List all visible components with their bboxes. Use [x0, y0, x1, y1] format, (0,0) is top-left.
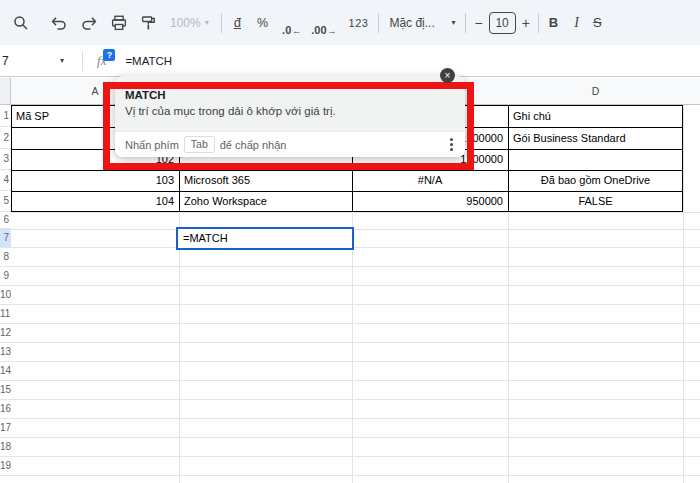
toolbar: 100% ▾ đ % .0 ← .00 → 123 Mặc đị... ▾ − … [0, 0, 700, 45]
row-header[interactable]: 10 [0, 286, 11, 305]
cell-b4[interactable]: Microsoft 365 [179, 170, 352, 191]
arrow-left-icon: ← [292, 26, 301, 36]
row-header[interactable]: 15 [0, 381, 11, 400]
row-header[interactable]: 4 [0, 170, 11, 191]
zoom-value: 100% [170, 16, 201, 30]
cell-c5[interactable]: 950000 [352, 191, 508, 212]
font-select[interactable]: Mặc đị... ▾ [389, 10, 455, 36]
gridlines-lower [11, 229, 700, 483]
toolbar-divider [465, 13, 466, 33]
redo-button[interactable] [80, 10, 98, 36]
formula-help-badge[interactable]: ? [103, 49, 115, 61]
print-icon [110, 14, 128, 32]
row-header[interactable]: 8 [0, 248, 11, 267]
increase-decimal-label: .00 [311, 24, 326, 36]
toolbar-divider [378, 13, 379, 33]
decrease-decimal-label: .0 [282, 24, 291, 36]
row-header[interactable]: 14 [0, 362, 11, 381]
name-box[interactable]: 7 [0, 54, 60, 68]
formula-help-popup: MATCH Vị trí của mục trong dải ô khớp vớ… [115, 76, 465, 157]
close-icon[interactable]: × [440, 68, 455, 83]
chevron-down-icon: ▾ [205, 18, 209, 27]
more-formats-button[interactable]: 123 [349, 10, 369, 36]
popup-function-description: Vị trí của mục trong dải ô khớp với giá … [115, 101, 465, 117]
font-name: Mặc đị... [389, 16, 447, 30]
row-header[interactable]: 2 [0, 127, 11, 149]
currency-format-button[interactable]: đ [234, 10, 241, 36]
cell-d4[interactable]: Đã bao gồm OneDrive [508, 170, 683, 191]
increase-decimal-button[interactable]: .00 → [311, 10, 336, 36]
formula-input[interactable]: =MATCH [125, 55, 172, 67]
paint-format-button[interactable] [140, 10, 158, 36]
toolbar-divider [538, 13, 539, 33]
row-header[interactable]: 12 [0, 324, 11, 343]
search-icon [12, 14, 30, 32]
more-options-icon[interactable] [450, 138, 455, 151]
zoom-select[interactable]: 100% ▾ [170, 10, 209, 36]
row-header-gutter: 12345678910111213141516171819 [0, 105, 11, 476]
select-all-corner[interactable] [0, 78, 11, 105]
spreadsheet-app: 100% ▾ đ % .0 ← .00 → 123 Mặc đị... ▾ − … [0, 0, 700, 483]
row-header[interactable]: 11 [0, 305, 11, 324]
cell-a4[interactable]: 103 [11, 170, 179, 191]
row-header[interactable]: 16 [0, 400, 11, 419]
undo-icon [50, 14, 68, 32]
row-header[interactable]: 19 [0, 457, 11, 476]
popup-hint-suffix: để chấp nhận [220, 139, 287, 151]
redo-icon [80, 14, 98, 32]
italic-button[interactable]: I [574, 10, 579, 36]
row-header[interactable]: 6 [0, 212, 11, 229]
cell-d2[interactable]: Gói Business Standard [508, 127, 683, 149]
popup-footer: Nhấn phím Tab để chấp nhận [115, 131, 465, 157]
chevron-down-icon: ▾ [451, 18, 455, 27]
paint-format-icon [140, 14, 158, 32]
column-header-d[interactable]: D [508, 78, 683, 105]
toolbar-divider [221, 13, 222, 33]
tab-keycap: Tab [184, 136, 215, 153]
row-header[interactable]: 7 [0, 229, 11, 248]
row-header[interactable]: 18 [0, 438, 11, 457]
column-header-e[interactable] [683, 78, 700, 105]
undo-button[interactable] [50, 10, 68, 36]
decrease-font-size-button[interactable]: − [474, 10, 482, 36]
arrow-right-icon: → [328, 26, 337, 36]
cell-d1[interactable]: Ghi chú [508, 105, 683, 127]
row-header[interactable]: 13 [0, 343, 11, 362]
cell-d5[interactable]: FALSE [508, 191, 683, 212]
chevron-down-icon[interactable]: ▾ [60, 56, 64, 65]
print-button[interactable] [110, 10, 128, 36]
percent-format-button[interactable]: % [257, 10, 268, 36]
increase-font-size-button[interactable]: + [522, 10, 530, 36]
cell-b5[interactable]: Zoho Workspace [179, 191, 352, 212]
strikethrough-button[interactable]: S [593, 10, 602, 36]
row-header[interactable]: 5 [0, 191, 11, 212]
active-cell-editor[interactable]: =MATCH [176, 227, 354, 250]
decrease-decimal-button[interactable]: .0 ← [282, 10, 301, 36]
search-button[interactable] [12, 10, 30, 36]
row-header[interactable]: 9 [0, 267, 11, 286]
cell-c4[interactable]: #N/A [352, 170, 508, 191]
row-header[interactable]: 1 [0, 105, 11, 127]
popup-hint-prefix: Nhấn phím [125, 139, 179, 151]
gridline [11, 212, 700, 213]
row-header[interactable]: 3 [0, 149, 11, 170]
bold-button[interactable]: B [549, 10, 558, 36]
row-header[interactable]: 17 [0, 419, 11, 438]
cell-a5[interactable]: 104 [11, 191, 179, 212]
formula-bar-divider [82, 51, 83, 71]
formula-bar: 7 ▾ fx? =MATCH [0, 45, 700, 77]
popup-function-name: MATCH [115, 76, 465, 101]
fx-icon: fx? [97, 53, 115, 69]
font-size-input[interactable]: 10 [489, 12, 516, 34]
